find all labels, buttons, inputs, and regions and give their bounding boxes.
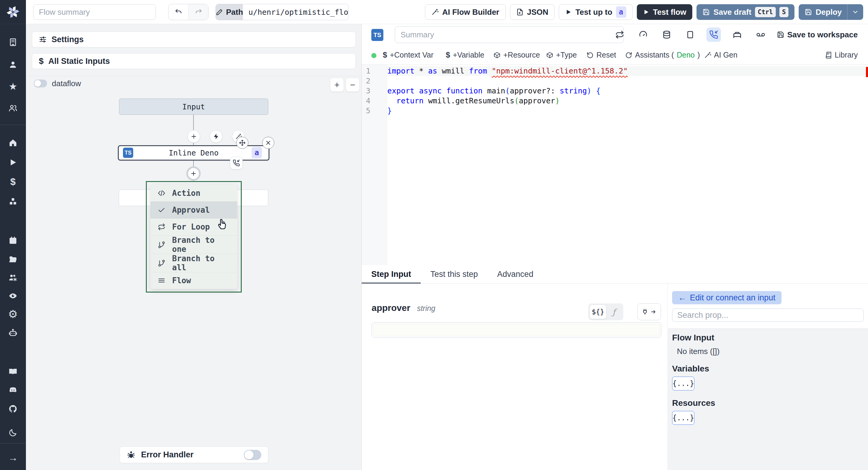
sidebar-item-favorites[interactable]: ★ [0, 80, 26, 93]
sidebar-item-resources[interactable] [0, 195, 26, 208]
input-mode-toggle: ${} ƒ [588, 303, 623, 320]
undo-button[interactable] [168, 4, 188, 20]
move-step-button[interactable] [236, 137, 248, 149]
deploy-button[interactable]: Deploy [799, 4, 863, 20]
save-to-workspace-button[interactable]: Save to workspace [777, 30, 858, 39]
code-editor[interactable]: 12345 import * as wmill from "npm:windmi… [362, 65, 868, 265]
all-static-inputs-button[interactable]: $ All Static Inputs [32, 53, 355, 69]
test-up-to-label: Test up to [575, 7, 612, 17]
assistants-button[interactable]: Assistants (Deno) [625, 45, 700, 65]
sidebar-item-github[interactable] [0, 402, 26, 415]
sidebar-item-home[interactable] [0, 136, 26, 150]
sidebar-item-folders[interactable] [0, 253, 26, 266]
search-prop-input[interactable] [672, 309, 864, 322]
edit-or-connect-button[interactable]: ← Edit or connect an input [672, 291, 781, 304]
dollar-icon: $ [10, 177, 16, 187]
sidebar-item-workspace[interactable] [0, 36, 26, 49]
zoom-out-button[interactable]: − [346, 78, 359, 92]
sidebar-item-docs[interactable] [0, 365, 26, 378]
arg-value-input[interactable] [372, 322, 661, 338]
tab-advanced[interactable]: Advanced [488, 265, 543, 283]
ai-flow-builder-button[interactable]: AI Flow Builder [425, 4, 505, 20]
tab-step-input[interactable]: Step Input [362, 265, 421, 283]
repeat-icon [615, 30, 624, 39]
test-flow-button[interactable]: Test flow [637, 4, 692, 20]
expr-mode-button[interactable]: ${} [590, 305, 607, 319]
code-line[interactable]: export async function main(approver?: st… [387, 86, 865, 96]
ai-gen-button[interactable]: AI Gen [704, 45, 738, 65]
sleep-button[interactable] [730, 27, 744, 42]
redo-button[interactable] [188, 4, 208, 20]
add-trigger-button[interactable] [210, 130, 222, 143]
add-resource-label: +Resource [503, 51, 540, 59]
save-draft-button[interactable]: Save draft Ctrl S [696, 4, 795, 20]
insert-step-menu: Action Approval For Loop Branch to one B… [146, 181, 242, 292]
add-variable-button[interactable]: $+Variable [446, 45, 484, 65]
flow-settings-button[interactable]: Settings [32, 32, 355, 47]
resources-object-chip[interactable]: {...} [672, 411, 694, 425]
library-button[interactable]: Library [825, 45, 858, 65]
flow-summary-input[interactable] [33, 4, 156, 20]
sidebar-divider [0, 125, 26, 125]
add-type-button[interactable]: +Type [546, 45, 577, 65]
dataflow-toggle[interactable] [34, 80, 47, 87]
sliders-icon [39, 36, 47, 43]
menu-lines-icon [158, 277, 165, 284]
mock-button[interactable] [683, 27, 698, 42]
json-button[interactable]: JSON [510, 4, 555, 20]
tab-label: Advanced [497, 270, 533, 279]
sidebar-item-variables[interactable]: $ [0, 175, 26, 188]
tab-test-this-step[interactable]: Test this step [421, 265, 488, 283]
step-summary-input[interactable] [395, 26, 624, 43]
code-line[interactable] [387, 76, 865, 86]
retries-button[interactable] [613, 27, 627, 42]
chevron-down-icon[interactable] [852, 8, 859, 15]
menu-item-action[interactable]: Action [150, 185, 237, 201]
test-up-to-button[interactable]: Test up to a [559, 4, 632, 20]
step-node-inline-deno[interactable]: TS Inline Deno a [118, 145, 270, 161]
editor-toolbar: $+Context Var $+Variable +Resource +Type… [362, 45, 868, 65]
lifetime-button[interactable] [753, 27, 768, 42]
insert-below-button[interactable] [186, 166, 201, 181]
variables-object-chip[interactable]: {...} [672, 377, 694, 390]
suspend-approval-button[interactable] [707, 27, 721, 42]
sidebar-item-discord[interactable] [0, 383, 26, 397]
code-line[interactable]: } [387, 106, 865, 116]
path-button[interactable]: Path [216, 4, 243, 20]
plus-icon [190, 133, 197, 140]
dataflow-toggle-knob [34, 80, 41, 87]
delete-step-button[interactable] [262, 137, 274, 149]
menu-item-approval[interactable]: Approval [150, 201, 237, 218]
cache-button[interactable] [659, 27, 674, 42]
sidebar-item-groups[interactable] [0, 101, 26, 115]
reset-button[interactable]: Reset [587, 45, 616, 65]
zoom-in-button[interactable]: + [330, 78, 344, 92]
add-context-var-button[interactable]: $+Context Var [383, 45, 433, 65]
voicemail-icon [756, 30, 765, 39]
sidebar-item-ai[interactable] [0, 326, 26, 340]
menu-item-branch-to-one[interactable]: Branch to one [150, 235, 237, 254]
menu-item-branch-to-all[interactable]: Branch to all [150, 254, 237, 272]
early-stop-button[interactable] [636, 27, 650, 42]
fn-mode-button[interactable]: ƒ [607, 305, 621, 319]
error-handler-toggle[interactable] [244, 450, 261, 460]
path-value[interactable]: u/henri/optimistic_flow [243, 4, 349, 20]
sidebar-item-theme-toggle[interactable] [0, 426, 26, 439]
flow-input-node[interactable]: Input [119, 98, 268, 115]
sidebar-item-groups-admin[interactable] [0, 271, 26, 284]
sidebar-item-audit-logs[interactable] [0, 289, 26, 303]
sidebar-item-schedules[interactable] [0, 234, 26, 247]
sidebar-expand-button[interactable]: → [0, 451, 26, 464]
sidebar-item-user[interactable] [0, 58, 26, 71]
suspend-approval-badge[interactable] [230, 157, 243, 169]
insert-step-button[interactable] [187, 130, 200, 143]
menu-item-flow[interactable]: Flow [150, 272, 237, 289]
code-line[interactable]: import * as wmill from "npm:windmill-cli… [387, 66, 865, 76]
sidebar-item-runs[interactable] [0, 156, 26, 169]
add-resource-button[interactable]: +Resource [493, 45, 540, 65]
error-handler-card[interactable]: Error Handler [120, 446, 268, 463]
connect-input-button[interactable] [638, 303, 661, 320]
windmill-logo[interactable] [0, 0, 26, 24]
sidebar-item-settings[interactable]: ⚙ [0, 308, 26, 321]
code-line[interactable]: return wmill.getResumeUrls(approver) [387, 96, 865, 106]
